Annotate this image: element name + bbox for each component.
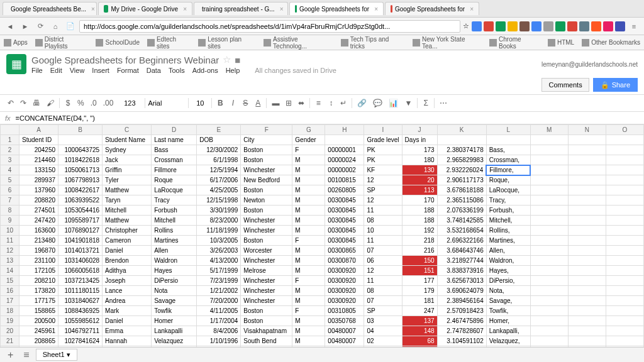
cell[interactable]: 2.380374178 [437,145,486,155]
cell[interactable]: South Bend [241,336,292,346]
cell[interactable]: M [292,326,325,336]
cell[interactable]: M [292,296,325,306]
row-header[interactable]: 13 [1,256,19,266]
ext-icon[interactable] [603,21,613,31]
cell[interactable]: Winchester [241,165,292,175]
cell[interactable]: Matthew [103,216,152,226]
cell[interactable] [530,276,568,286]
cell[interactable]: Lankapalli [152,326,197,336]
cell[interactable]: 00300865 [325,246,364,256]
cell[interactable]: 1063939522 [58,195,103,206]
cell[interactable]: M [292,256,325,266]
cell[interactable]: 218 [402,236,437,246]
cell[interactable] [606,206,643,216]
cell[interactable]: 12/30/2002 [197,145,241,155]
cell[interactable]: 1055985612 [58,316,103,326]
cell[interactable]: 00260805 [325,185,364,195]
row-header[interactable]: 1 [1,135,19,145]
cell[interactable] [530,336,568,346]
cell[interactable]: 00480007 [325,326,364,336]
cell[interactable]: 1037213425 [58,276,103,286]
cell[interactable]: Boston [241,185,292,195]
cell[interactable] [530,185,568,195]
cell[interactable]: 3.104591102 [437,336,486,346]
cell[interactable]: 3.678618188 [437,185,486,195]
cell[interactable]: 00000002 [325,165,364,175]
row-header[interactable]: 4 [1,165,19,175]
cell[interactable]: Towfik, [486,306,530,316]
cell[interactable]: 6/1/1998 [197,155,241,165]
browser-tab[interactable]: Google Spreadsheets for× [289,2,384,15]
cell[interactable]: Days in [402,135,437,145]
cell[interactable]: 00300920 [325,266,364,276]
col-header[interactable]: F [241,125,292,135]
cell[interactable]: M [292,165,325,175]
cell[interactable]: SP [364,306,402,316]
cell[interactable]: 188 [402,206,437,216]
cell[interactable]: Andrea [103,296,152,306]
cell[interactable]: 130 [402,165,437,175]
star-icon[interactable]: ☆ [223,54,231,65]
cell[interactable]: M [292,175,325,185]
cell[interactable] [530,145,568,155]
browser-tab[interactable]: training spreadsheet - G...× [194,2,288,15]
cell[interactable]: 177 [402,276,437,286]
cell[interactable]: 2.365115086 [437,195,486,206]
cell[interactable]: Hayes [152,266,197,276]
cell[interactable]: New Bedford [241,175,292,185]
row-header[interactable]: 5 [1,175,19,185]
cell[interactable]: M [292,336,325,346]
row-header[interactable]: 15 [1,276,19,286]
ext-icon[interactable] [567,21,577,31]
cell[interactable]: 1050061713 [58,165,103,175]
menu-add-ons[interactable]: Add-ons [192,67,218,74]
cell[interactable]: Lankapalli, [486,326,530,336]
cell[interactable]: Adithya [103,266,152,276]
cell[interactable]: 113 [402,185,437,195]
cell[interactable]: Allen, [486,246,530,256]
cell[interactable] [606,246,643,256]
cell[interactable]: 8/4/2006 [197,326,241,336]
col-header[interactable]: K [437,125,486,135]
row-header[interactable]: 6 [1,185,19,195]
cell[interactable]: 1053054416 [58,206,103,216]
cell[interactable] [568,185,606,195]
cell[interactable]: Fillmore [152,165,197,175]
cell[interactable]: 216 [402,246,437,256]
cell[interactable] [606,226,643,236]
cell[interactable]: 10/3/2005 [197,236,241,246]
cell[interactable]: 1/10/1996 [197,336,241,346]
add-sheet-icon[interactable]: + [4,349,17,361]
cell[interactable] [530,256,568,266]
cell[interactable] [530,326,568,336]
cell[interactable]: 213480 [19,236,58,246]
cell[interactable]: 1018422618 [58,155,103,165]
cell[interactable]: 247420 [19,216,58,226]
browser-tab[interactable]: Google Spreadsheets Be...× [3,2,97,15]
bookmark-item[interactable]: Apps [4,36,28,50]
cell[interactable]: 2.906117173 [437,175,486,185]
col-header[interactable]: O [606,125,643,135]
currency-icon[interactable]: $ [62,97,74,109]
cell[interactable]: 00310805 [325,306,364,316]
col-header[interactable]: C [103,125,152,135]
cell[interactable]: Tyler [103,175,152,185]
cell[interactable]: Allen [152,246,197,256]
cell[interactable]: M [292,195,325,206]
cell[interactable]: 3/30/1999 [197,206,241,216]
font-select[interactable] [148,99,186,107]
cell[interactable]: DOB [197,135,241,145]
cell[interactable]: 3.684643746 [437,246,486,256]
cell[interactable]: Christopher [103,226,152,236]
share-button[interactable]: 🔒Share [593,78,638,92]
cell[interactable]: 2.467475896 [437,316,486,326]
cell[interactable]: Tracy, [486,195,530,206]
cell[interactable]: M [292,246,325,256]
bookmark-item[interactable]: District Playlists [35,36,89,50]
menu-format[interactable]: Format [117,67,139,74]
cell[interactable] [606,236,643,246]
ext-icon[interactable] [519,21,530,31]
cell[interactable] [606,195,643,206]
cell[interactable]: 1066005618 [58,266,103,276]
cell[interactable]: 163600 [19,226,58,236]
